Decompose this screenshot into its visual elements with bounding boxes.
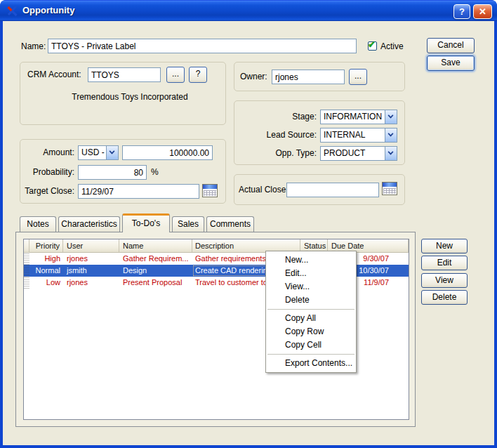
crm-account-group: CRM Account: ... ? Tremendous Toys Incor… xyxy=(20,62,226,125)
window-title: Opportunity xyxy=(22,0,74,21)
row-gutter xyxy=(24,253,29,265)
save-button[interactable]: Save xyxy=(427,55,475,71)
financial-group: Amount: USD - $ Probability: % Target Cl… xyxy=(20,139,226,204)
tab-todos[interactable]: To-Do's xyxy=(122,213,170,232)
active-label: Active xyxy=(380,39,404,54)
cell-priority[interactable]: Normal xyxy=(29,265,63,277)
cell-user[interactable]: jsmith xyxy=(63,265,119,277)
crm-browse-button[interactable]: ... xyxy=(166,67,185,83)
stage-select[interactable]: INFORMATION xyxy=(320,110,397,124)
crm-help-button[interactable]: ? xyxy=(189,67,207,83)
cell-name[interactable]: Gather Requirem... xyxy=(119,253,192,265)
opportunity-dialog: Opportunity ? ✕ Name: ✔ Active Cancel Sa… xyxy=(0,0,497,448)
check-icon: ✔ xyxy=(368,39,376,50)
cell-priority[interactable]: High xyxy=(29,253,63,265)
delete-button[interactable]: Delete xyxy=(421,290,468,305)
owner-input[interactable] xyxy=(272,70,345,84)
context-menu: New... Edit... View... Delete Copy All C… xyxy=(265,251,357,373)
crm-account-label: CRM Account: xyxy=(27,67,81,82)
menu-item-edit[interactable]: Edit... xyxy=(266,267,356,280)
cell-user[interactable]: rjones xyxy=(63,277,119,289)
close-button[interactable]: ✕ xyxy=(473,4,492,19)
crm-company-name: Tremendous Toys Incorporated xyxy=(34,89,225,105)
row-gutter xyxy=(24,265,29,277)
menu-item-copy-cell[interactable]: Copy Cell xyxy=(266,338,356,352)
menu-item-copy-all[interactable]: Copy All xyxy=(266,312,356,325)
amount-input[interactable] xyxy=(122,145,213,160)
help-button[interactable]: ? xyxy=(453,4,470,19)
cancel-button[interactable]: Cancel xyxy=(427,38,475,53)
opp-type-value: PRODUCT xyxy=(324,147,365,160)
column-header-name[interactable]: Name xyxy=(119,239,192,252)
chevron-down-icon[interactable] xyxy=(106,146,118,159)
actual-close-group: Actual Close: xyxy=(234,174,405,205)
column-header-priority[interactable]: Priority xyxy=(29,239,63,252)
column-header-user[interactable]: User xyxy=(63,239,119,252)
menu-item-view[interactable]: View... xyxy=(266,280,356,294)
currency-select[interactable]: USD - $ xyxy=(78,145,119,160)
menu-separator xyxy=(267,309,354,310)
crm-account-input[interactable] xyxy=(88,67,161,82)
percent-label: % xyxy=(151,164,159,180)
tab-notes[interactable]: Notes xyxy=(20,216,56,232)
lead-source-label: Lead Source: xyxy=(234,127,317,143)
name-label: Name: xyxy=(21,39,46,54)
cell-user[interactable]: rjones xyxy=(63,253,119,265)
stage-value: INFORMATION xyxy=(324,110,382,124)
cell-name[interactable]: Design xyxy=(119,265,192,277)
view-button[interactable]: View xyxy=(421,273,468,288)
target-close-label: Target Close: xyxy=(20,183,74,199)
chevron-down-icon[interactable] xyxy=(385,110,397,124)
edit-button[interactable]: Edit xyxy=(421,256,468,270)
target-close-input[interactable] xyxy=(78,184,199,199)
classification-group: Stage: INFORMATION Lead Source: INTERNAL… xyxy=(234,100,405,165)
new-button[interactable]: New xyxy=(421,239,468,253)
titlebar[interactable]: Opportunity ? ✕ xyxy=(0,0,497,21)
menu-item-new[interactable]: New... xyxy=(266,253,356,267)
menu-item-delete[interactable]: Delete xyxy=(266,294,356,307)
actual-close-label: Actual Close: xyxy=(239,182,289,197)
amount-label: Amount: xyxy=(20,145,74,160)
probability-input[interactable] xyxy=(78,165,147,180)
owner-browse-button[interactable]: ... xyxy=(349,69,367,85)
menu-separator xyxy=(267,354,354,355)
tab-characteristics[interactable]: Characteristics xyxy=(58,216,120,232)
chevron-down-icon[interactable] xyxy=(385,129,397,142)
tab-sales[interactable]: Sales xyxy=(172,216,204,232)
cell-name[interactable]: Present Proposal xyxy=(119,277,192,289)
probability-label: Probability: xyxy=(20,164,74,180)
menu-item-export-contents[interactable]: Export Contents... xyxy=(266,357,356,370)
owner-label: Owner: xyxy=(240,69,267,84)
menu-item-copy-row[interactable]: Copy Row xyxy=(266,325,356,338)
row-gutter xyxy=(24,239,29,252)
calendar-icon[interactable] xyxy=(202,184,218,197)
calendar-icon[interactable] xyxy=(382,182,397,195)
tab-comments[interactable]: Comments xyxy=(206,216,254,232)
stage-label: Stage: xyxy=(234,109,317,124)
chevron-down-icon[interactable] xyxy=(385,147,397,160)
active-checkbox[interactable]: ✔ xyxy=(368,41,377,51)
actual-close-input[interactable] xyxy=(286,183,379,197)
opp-type-label: Opp. Type: xyxy=(234,145,317,161)
app-logo-icon xyxy=(6,5,18,17)
name-input[interactable] xyxy=(48,39,357,53)
owner-group: Owner: ... xyxy=(234,62,405,91)
row-gutter xyxy=(24,277,29,289)
opp-type-select[interactable]: PRODUCT xyxy=(320,146,397,161)
lead-source-select[interactable]: INTERNAL xyxy=(320,128,397,143)
lead-source-value: INTERNAL xyxy=(324,129,365,142)
cell-priority[interactable]: Low xyxy=(29,277,63,289)
